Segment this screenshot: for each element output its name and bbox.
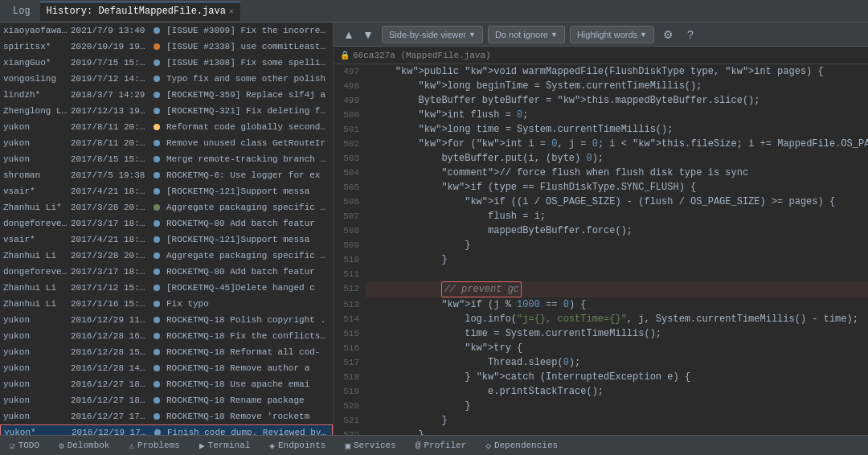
history-row[interactable]: yukon 2016/12/28 14:28 ROCKETMQ-18 Remov…: [0, 360, 333, 376]
code-line: 518 } "kw">catch (InterruptedException e…: [334, 370, 868, 384]
author-cell: yukon*: [4, 428, 68, 435]
date-cell: 2016/12/19 17:34: [72, 428, 148, 435]
line-number: 501: [334, 122, 366, 137]
history-row[interactable]: dongeforever* 2017/3/17 18:59 ROCKETMQ-8…: [0, 215, 333, 232]
commit-msg-cell: [ROCKETMQ-359] Replace slf4j a: [166, 90, 330, 100]
line-content: flush = i;: [366, 209, 868, 223]
chevron-down-icon: ▼: [469, 31, 476, 39]
history-row[interactable]: yukon 2016/12/28 16:11 ROCKETMQ-18 Fix t…: [0, 328, 333, 344]
history-row[interactable]: spiritsx* 2020/10/19 19:57 [ISSUE #2338]…: [0, 39, 333, 55]
date-cell: 2016/12/28 16:11: [71, 331, 147, 341]
line-number: 513: [334, 297, 366, 312]
settings-button[interactable]: ⚙: [659, 26, 677, 43]
history-row[interactable]: yukon 2017/8/11 20:28 Remove unused clas…: [0, 135, 333, 151]
history-row[interactable]: Zhanhui Li 2017/3/28 20:34 Aggregate pac…: [0, 248, 333, 264]
history-row[interactable]: dongeforever* 2017/3/17 18:59 ROCKETMQ-8…: [0, 264, 333, 280]
tab-log[interactable]: Log: [6, 2, 37, 21]
left-panel: xiaoyaofawai* 2021/7/9 13:40 [ISSUE #309…: [0, 23, 334, 435]
code-line: 511: [334, 267, 868, 281]
branch-indicator: [150, 59, 163, 66]
history-row[interactable]: yukon 2016/12/27 17:54 ROCKETMQ-18 Remov…: [0, 408, 333, 424]
history-row[interactable]: Zhenglong Liu* 2017/12/13 19:35 [ROCKETM…: [0, 103, 333, 119]
status-todo[interactable]: ☑ TODO: [6, 436, 43, 455]
date-cell: 2017/1/12 15:02: [71, 283, 147, 293]
highlight-label: Highlight words: [577, 30, 637, 39]
ignore-selector[interactable]: Do not ignore ▼: [488, 26, 565, 43]
history-list[interactable]: xiaoyaofawai* 2021/7/9 13:40 [ISSUE #309…: [0, 23, 333, 435]
branch-indicator: [150, 156, 163, 162]
history-row[interactable]: lindzh* 2018/3/7 14:29 [ROCKETMQ-359] Re…: [0, 87, 333, 103]
dependencies-icon: ◇: [485, 441, 491, 451]
history-row[interactable]: vsair* 2017/4/21 18:17 [ROCKETMQ-121]Sup…: [0, 232, 333, 248]
line-content: } "kw">catch (InterruptedException e) {: [366, 370, 868, 384]
next-button[interactable]: ▼: [359, 26, 377, 43]
code-line: 508 mappedByteBuffer.force();: [334, 223, 868, 238]
tab-history[interactable]: History: DefaultMappedFile.java ✕: [40, 2, 240, 21]
code-line: 502 "kw">for ("kw">int i = 0, j = 0; i <…: [334, 137, 868, 151]
history-row[interactable]: xiangGuo* 2019/7/15 15:44 [ISSUE #1308] …: [0, 55, 333, 71]
author-cell: yukon: [3, 412, 68, 421]
line-content: byteBuffer.put(i, (byte) 0);: [366, 151, 868, 166]
code-area[interactable]: 497 "kw">public "kw">void warmMappedFile…: [334, 64, 868, 435]
help-button[interactable]: ?: [682, 26, 699, 43]
delombok-label: Delombok: [68, 441, 110, 450]
date-cell: 2016/12/29 11:44: [71, 315, 147, 325]
history-row[interactable]: xiaoyaofawai* 2021/7/9 13:40 [ISSUE #309…: [0, 23, 333, 39]
date-cell: 2016/12/28 14:28: [71, 363, 147, 373]
viewer-label: Side-by-side viewer: [389, 30, 466, 39]
history-row[interactable]: yukon 2016/12/29 11:44 ROCKETMQ-18 Polis…: [0, 312, 333, 328]
history-row[interactable]: vongosling 2019/7/12 14:23 Typo fix and …: [0, 71, 333, 87]
history-row[interactable]: Zhanhui Li 2017/1/16 15:16 Fix typo: [0, 296, 333, 312]
status-terminal[interactable]: ▶ Terminal: [196, 436, 253, 455]
date-cell: 2017/3/17 18:59: [71, 219, 147, 228]
date-cell: 2017/3/17 18:59: [71, 267, 147, 277]
author-cell: yukon: [3, 138, 68, 148]
status-services[interactable]: ▣ Services: [342, 436, 399, 455]
branch-indicator: [150, 172, 163, 178]
line-content: e.printStackTrace();: [366, 384, 868, 399]
prev-button[interactable]: ▲: [340, 26, 358, 43]
close-icon[interactable]: ✕: [229, 6, 234, 16]
author-cell: shroman: [3, 170, 68, 180]
author-cell: xiangGuo*: [3, 58, 68, 68]
highlight-selector[interactable]: Highlight words ▼: [570, 26, 654, 43]
endpoints-label: Endpoints: [278, 441, 326, 450]
history-row[interactable]: Zhanhui Li* 2017/3/28 20:34 Aggregate pa…: [0, 199, 333, 215]
date-cell: 2019/7/12 14:23: [71, 74, 147, 84]
code-line: 509 }: [334, 238, 868, 252]
branch-indicator: [150, 43, 163, 50]
code-line: 521 }: [334, 413, 868, 428]
status-problems[interactable]: ⚠ Problems: [125, 436, 182, 455]
status-profiler[interactable]: @ Profiler: [412, 436, 469, 455]
branch-indicator: [150, 349, 163, 355]
line-number: 522: [334, 428, 366, 435]
status-endpoints[interactable]: ◈ Endpoints: [266, 436, 329, 455]
line-content: "kw">if (j % 1000 == 0) {: [366, 297, 868, 312]
checkmark-icon: ☑: [10, 441, 15, 451]
history-row[interactable]: yukon 2017/8/11 20:46 Reformat code glob…: [0, 119, 333, 135]
code-line: 500 "kw">int flush = 0;: [334, 108, 868, 122]
code-line: 499 ByteBuffer byteBuffer = "kw">this.ma…: [334, 93, 868, 108]
history-row[interactable]: yukon 2017/8/15 15:05 Merge remote-track…: [0, 151, 333, 167]
history-row[interactable]: yukon 2016/12/27 18:45 ROCKETMQ-18 Renam…: [0, 392, 333, 408]
viewer-selector[interactable]: Side-by-side viewer ▼: [382, 26, 483, 43]
commit-msg-cell: [ISSUE #2338] use commitLeastP.: [166, 42, 330, 51]
history-row[interactable]: yukon 2016/12/27 18:59 ROCKETMQ-18 Use a…: [0, 376, 333, 392]
branch-indicator: [150, 397, 163, 404]
author-cell: Zhanhui Li: [3, 251, 68, 260]
author-cell: yukon: [3, 363, 68, 373]
date-cell: 2018/3/7 14:29: [71, 90, 147, 100]
history-row[interactable]: Zhanhui Li 2017/1/12 15:02 [ROCKETMQ-45]…: [0, 280, 333, 296]
line-number: 505: [334, 180, 366, 195]
todo-label: TODO: [18, 441, 39, 450]
history-row[interactable]: yukon 2016/12/28 15:42 ROCKETMQ-18 Refor…: [0, 344, 333, 360]
author-cell: Zhanhui Li: [3, 283, 68, 293]
history-row[interactable]: shroman 2017/7/5 19:38 ROCKETMQ-6: Use l…: [0, 167, 333, 183]
line-number: 497: [334, 64, 366, 79]
status-dependencies[interactable]: ◇ Dependencies: [482, 436, 561, 455]
date-cell: 2016/12/28 15:42: [71, 347, 147, 357]
history-row[interactable]: yukon* 2016/12/19 17:34 Finish code dump…: [0, 424, 333, 435]
history-row[interactable]: vsair* 2017/4/21 18:17 [ROCKETMQ-121]Sup…: [0, 183, 333, 199]
status-delombok[interactable]: ⚙ Delombok: [55, 436, 113, 455]
author-cell: Zhanhui Li: [3, 299, 68, 309]
